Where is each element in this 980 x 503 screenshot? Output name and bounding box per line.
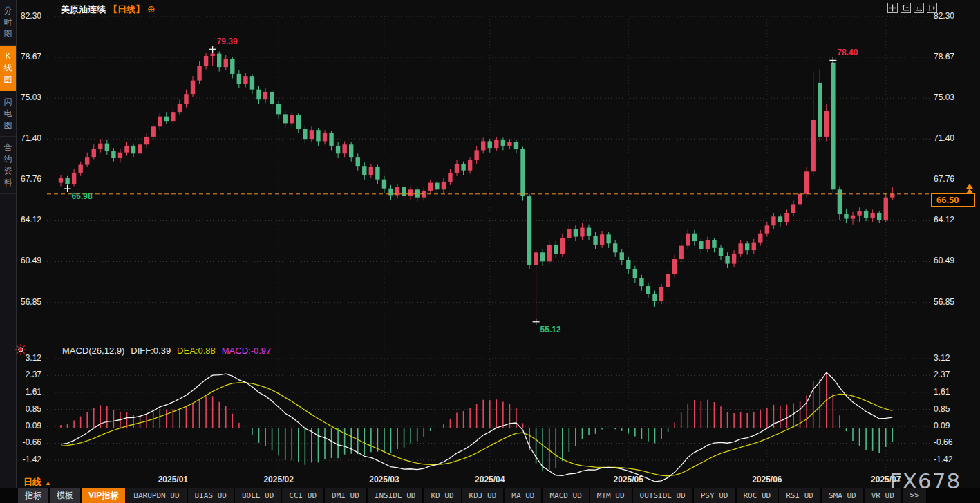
tab-ROC_UD[interactable]: ROC_UD [737, 488, 778, 503]
macd-diff-value: DIFF:0.39 [131, 345, 171, 356]
chart-canvas[interactable] [0, 0, 980, 503]
tab-VIP指标[interactable]: VIP指标 [82, 488, 125, 503]
tab-SMA_UD[interactable]: SMA_UD [822, 488, 863, 503]
axis-label: -1.42 [934, 455, 952, 464]
chart-toolbar [887, 3, 937, 13]
axis-label: 3.12 [934, 353, 950, 363]
axis-label: 2025/01 [151, 475, 195, 484]
axis-label: 2025/03 [362, 475, 406, 484]
tab-BOLL_UD[interactable]: BOLL_UD [235, 488, 281, 503]
macd-dea-value: DEA:0.88 [177, 345, 216, 356]
fit-x-axis-button[interactable] [914, 3, 924, 13]
sidebar-item-timeshare[interactable]: 分时图 [0, 0, 16, 46]
tab-DMI_UD[interactable]: DMI_UD [325, 488, 366, 503]
tab-OUTSIDE_UD[interactable]: OUTSIDE_UD [633, 488, 692, 503]
period-selector[interactable]: 日线▲ [23, 476, 51, 488]
axis-label: 1.61 [934, 387, 950, 397]
axis-label: 2.37 [934, 370, 950, 379]
crosshair-move-icon [889, 4, 896, 12]
tab-BIAS_UD[interactable]: BIAS_UD [188, 488, 234, 503]
price-marker-arrow-icon [966, 189, 973, 193]
tab-BARUPDN_UD[interactable]: BARUPDN_UD [126, 488, 186, 503]
indicator-live-icon [15, 343, 27, 359]
price-annotation-78.40: 78.40 [837, 48, 858, 57]
indicator-tab-bar: 指标模板VIP指标BARUPDN_UDBIAS_UDBOLL_UDCCI_UDD… [0, 488, 980, 503]
fit-y-axis-icon [902, 4, 910, 12]
price-annotation-55.12: 55.12 [540, 325, 561, 334]
axis-label: 67.76 [934, 174, 954, 184]
tab-MTM_UD[interactable]: MTM_UD [590, 488, 632, 503]
pan-right-button[interactable] [927, 3, 937, 13]
pan-right-icon [928, 4, 936, 12]
axis-label: -0.66 [934, 437, 952, 447]
watermark: FX678 [889, 468, 961, 493]
axis-label: 0.09 [934, 421, 950, 430]
tab-指标[interactable]: 指标 [18, 488, 48, 503]
tab-MACD_UD[interactable]: MACD_UD [543, 488, 588, 503]
period-tag: 【日线】 [109, 4, 144, 15]
fit-x-axis-icon [915, 4, 923, 12]
sidebar-item-lightning[interactable]: 闪电图 [0, 91, 16, 137]
macd-value: MACD:-0.97 [222, 345, 272, 356]
price-annotation-66.98: 66.98 [72, 191, 93, 201]
symbol-name: 美原油连续 [61, 4, 106, 15]
axis-label: 78.67 [934, 52, 954, 61]
tab-模板[interactable]: 模板 [50, 488, 80, 503]
axis-label: 71.40 [934, 133, 954, 143]
sidebar-item-kline[interactable]: K线图 [0, 46, 16, 91]
chevron-up-icon: ▲ [45, 480, 51, 486]
tab-MA_UD[interactable]: MA_UD [505, 488, 541, 503]
macd-name: MACD(26,12,9) [62, 345, 124, 356]
axis-label: 2025/04 [468, 475, 512, 484]
tab-KD_UD[interactable]: KD_UD [424, 488, 460, 503]
price-marker-arrow-icon [966, 184, 973, 189]
add-indicator-icon[interactable]: ⊕ [147, 3, 156, 15]
axis-label: 56.85 [934, 297, 954, 307]
chart-title: 美原油连续【日线】⊕ [61, 3, 156, 16]
axis-label: 2025/02 [256, 475, 301, 484]
axis-label: 2025/06 [745, 475, 789, 484]
crosshair-move-button[interactable] [887, 3, 898, 13]
macd-header: MACD(26,12,9)DIFF:0.39DEA:0.88MACD:-0.97 [62, 345, 277, 356]
chart-type-sidebar: 分时图K线图闪电图合约资料 [0, 0, 17, 503]
tab-PSY_UD[interactable]: PSY_UD [694, 488, 735, 503]
tab-RSI_UD[interactable]: RSI_UD [779, 488, 820, 503]
axis-label: 0.85 [934, 404, 950, 414]
axis-label: 2025/05 [606, 475, 650, 484]
axis-label: 60.49 [934, 256, 954, 265]
tab-KDJ_UD[interactable]: KDJ_UD [462, 488, 504, 503]
tab-CCI_UD[interactable]: CCI_UD [282, 488, 323, 503]
axis-label: 75.03 [934, 93, 954, 102]
axis-label: 64.12 [934, 215, 954, 225]
fit-y-axis-button[interactable] [901, 3, 911, 13]
last-price-box: 66.50 [931, 193, 975, 207]
trading-app-window: 分时图K线图闪电图合约资料 美原油连续【日线】⊕ [0, 0, 980, 503]
period-label: 日线 [23, 477, 41, 487]
price-annotation-79.39: 79.39 [217, 37, 238, 46]
sidebar-item-contract-info[interactable]: 合约资料 [0, 137, 16, 194]
tab-INSIDE_UD[interactable]: INSIDE_UD [368, 488, 423, 503]
